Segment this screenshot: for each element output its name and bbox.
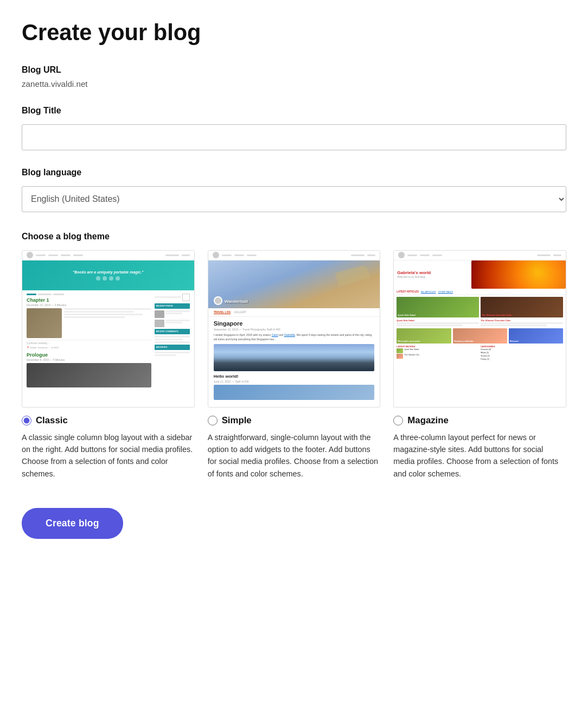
theme-preview-simple[interactable]: Wanderlust TRAVEL LOG GALLERY Singapore …: [208, 250, 381, 408]
theme-description-classic: A classic single column blog layout with…: [22, 431, 195, 480]
theme-name-magazine: Magazine: [407, 415, 449, 426]
theme-grid: "Books are a uniquely portable magic.": [22, 250, 566, 480]
theme-section: Choose a blog theme "Books are a un: [22, 232, 566, 480]
theme-radio-row-simple: Simple: [208, 415, 381, 426]
choose-theme-label: Choose a blog theme: [22, 232, 566, 241]
theme-card-simple: Wanderlust TRAVEL LOG GALLERY Singapore …: [208, 250, 381, 480]
theme-radio-classic[interactable]: [22, 416, 31, 425]
blog-title-label: Blog Title: [22, 106, 566, 116]
theme-radio-simple[interactable]: [208, 416, 218, 425]
theme-radio-row-magazine: Magazine: [393, 415, 566, 426]
page-title: Create your blog: [22, 20, 566, 46]
blog-language-label: Blog language: [22, 168, 566, 177]
blog-title-section: Blog Title: [22, 106, 566, 150]
theme-description-simple: A straightforward, single-column layout …: [208, 431, 381, 480]
theme-card-magazine: Gabriela's world Welcome to my food blog…: [393, 250, 566, 480]
theme-radio-magazine[interactable]: [393, 416, 403, 425]
blog-url-section: Blog URL zanetta.vivaldi.net: [22, 65, 566, 88]
blog-language-select[interactable]: English (United States)English (United K…: [22, 186, 566, 212]
blog-url-value: zanetta.vivaldi.net: [22, 79, 566, 88]
blog-title-input[interactable]: [22, 124, 566, 150]
blog-language-section: Blog language English (United States)Eng…: [22, 168, 566, 212]
theme-preview-classic[interactable]: "Books are a uniquely portable magic.": [22, 250, 195, 408]
theme-preview-magazine[interactable]: Gabriela's world Welcome to my food blog…: [393, 250, 566, 408]
theme-radio-row-classic: Classic: [22, 415, 195, 426]
theme-card-classic: "Books are a uniquely portable magic.": [22, 250, 195, 480]
blog-url-label: Blog URL: [22, 65, 566, 75]
theme-name-simple: Simple: [222, 415, 252, 426]
theme-name-classic: Classic: [36, 415, 68, 426]
theme-description-magazine: A three-column layout perfect for news o…: [393, 431, 566, 480]
create-blog-button[interactable]: Create blog: [22, 508, 123, 539]
